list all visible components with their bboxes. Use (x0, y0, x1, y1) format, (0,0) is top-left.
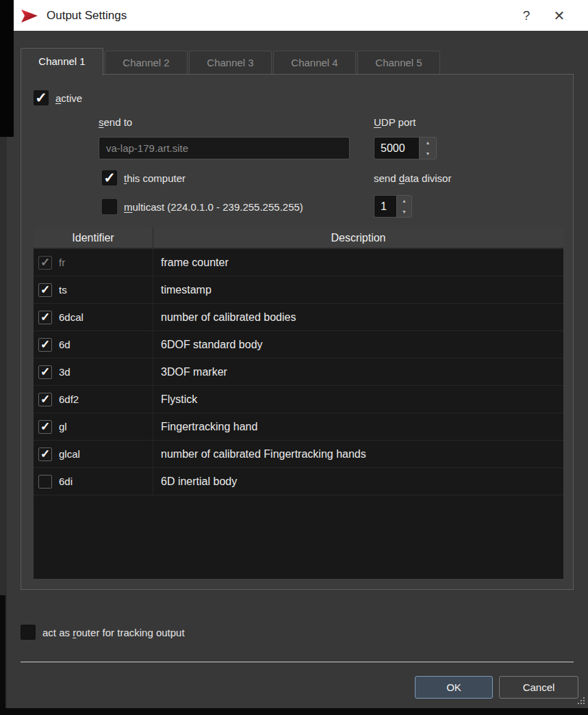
row-checkbox: ✓ (38, 256, 52, 270)
udp-port-spinner: 5000 ▲ ▼ (374, 137, 437, 159)
tab-channel-1[interactable]: Channel 1 (21, 48, 103, 75)
row-checkbox[interactable]: ✓ (38, 420, 52, 434)
column-header-identifier: Identifier (34, 228, 153, 248)
table-row-ts[interactable]: ✓tstimestamp (34, 276, 563, 304)
send-data-divisor-label: send data divisor (374, 172, 451, 184)
row-identifier: gl (59, 421, 67, 432)
send-data-divisor-spinner: 1 ▲ ▼ (374, 195, 412, 218)
table-row-gl[interactable]: ✓glFingertracking hand (34, 413, 563, 441)
row-checkbox[interactable]: ✓ (38, 338, 52, 352)
cancel-button[interactable]: Cancel (499, 676, 578, 699)
app-logo-icon (21, 8, 38, 24)
row-checkbox[interactable]: ✓ (38, 365, 52, 379)
act-as-router-checkbox[interactable] (21, 625, 36, 640)
act-as-router-label: act as router for tracking output (42, 627, 185, 638)
column-header-description: Description (153, 228, 563, 248)
row-identifier: glcal (59, 448, 80, 460)
row-description: 6DOF standard body (153, 331, 563, 358)
row-description: 6D inertial body (153, 468, 563, 495)
send-data-divisor-spin-buttons: ▲ ▼ (396, 195, 412, 218)
table-header: Identifier Description (34, 228, 563, 249)
send-to-label: send to (99, 116, 132, 128)
row-identifier: 6df2 (59, 393, 79, 405)
table-row-6dcal[interactable]: ✓6dcalnumber of calibrated bodies (34, 304, 563, 331)
row-identifier: 6dcal (59, 311, 84, 323)
row-identifier: 3d (59, 366, 71, 378)
udp-port-input[interactable]: 5000 (374, 137, 419, 159)
titlebar: Output Settings ? ✕ (14, 0, 588, 31)
tab-channel-3[interactable]: Channel 3 (189, 51, 272, 75)
spinner-down-icon[interactable]: ▼ (397, 207, 411, 218)
row-description: number of calibrated bodies (153, 304, 563, 330)
table-row-glcal[interactable]: ✓glcalnumber of calibrated Fingertrackin… (34, 441, 563, 468)
multicast-label: multicast (224.0.1.0 - 239.255.255.255) (124, 201, 303, 213)
table-row-fr[interactable]: ✓frframe counter (34, 249, 563, 276)
row-identifier: ts (59, 284, 67, 296)
footer-divider (21, 662, 574, 662)
table-row-6di[interactable]: 6di6D inertial body (34, 468, 563, 495)
close-icon[interactable]: ✕ (540, 8, 578, 24)
spinner-up-icon[interactable]: ▲ (397, 196, 411, 207)
desktop-background (0, 0, 14, 137)
spinner-down-icon[interactable]: ▼ (420, 148, 436, 159)
row-checkbox[interactable]: ✓ (38, 393, 52, 406)
table-row-3d[interactable]: ✓3d3DOF marker (34, 359, 563, 386)
tab-channel-4[interactable]: Channel 4 (273, 51, 356, 75)
udp-port-label: UDP port (374, 116, 416, 128)
active-checkbox[interactable]: ✓ (34, 90, 49, 105)
udp-port-spin-buttons: ▲ ▼ (419, 137, 437, 159)
resize-grip-icon[interactable] (576, 695, 586, 705)
help-icon[interactable]: ? (513, 8, 540, 23)
ok-button[interactable]: OK (415, 676, 493, 699)
row-description: Fingertracking hand (153, 413, 563, 440)
window-title: Output Settings (47, 9, 127, 23)
multicast-checkbox[interactable] (102, 199, 117, 214)
row-checkbox[interactable]: ✓ (38, 311, 52, 324)
table-row-6df2[interactable]: ✓6df2Flystick (34, 386, 563, 413)
row-checkbox[interactable]: ✓ (38, 447, 52, 461)
row-description: number of calibrated Fingertracking hand… (153, 441, 563, 467)
row-identifier: 6d (59, 339, 71, 350)
send-to-input[interactable]: va-lap-179.art.site (99, 137, 350, 159)
table-row-6d[interactable]: ✓6d6DOF standard body (34, 331, 563, 359)
row-description: 3DOF marker (153, 359, 563, 385)
tab-channel-5[interactable]: Channel 5 (357, 51, 440, 75)
tab-channel-2[interactable]: Channel 2 (105, 51, 188, 75)
row-checkbox[interactable] (38, 475, 52, 489)
screen: Output Settings ? ✕ Channel 1Channel 2Ch… (0, 0, 588, 715)
desktop-background (0, 708, 588, 715)
channel-1-pane: ✓ active send to va-lap-179.art.site UDP… (21, 74, 574, 590)
row-description: Flystick (153, 386, 563, 413)
row-description: frame counter (153, 249, 563, 276)
this-computer-label: this computer (124, 172, 186, 184)
active-label: active (55, 92, 82, 104)
row-identifier: 6di (59, 476, 73, 487)
output-settings-dialog: Channel 1Channel 2Channel 3Channel 4Chan… (7, 31, 588, 708)
send-data-divisor-input[interactable]: 1 (374, 195, 396, 218)
this-computer-checkbox[interactable]: ✓ (102, 170, 117, 185)
spinner-up-icon[interactable]: ▲ (420, 138, 436, 148)
row-checkbox[interactable]: ✓ (38, 283, 52, 297)
row-identifier: fr (59, 257, 65, 268)
row-description: timestamp (153, 276, 563, 303)
desktop-background (0, 595, 5, 715)
identifier-table: Identifier Description ✓frframe counter✓… (34, 228, 563, 579)
